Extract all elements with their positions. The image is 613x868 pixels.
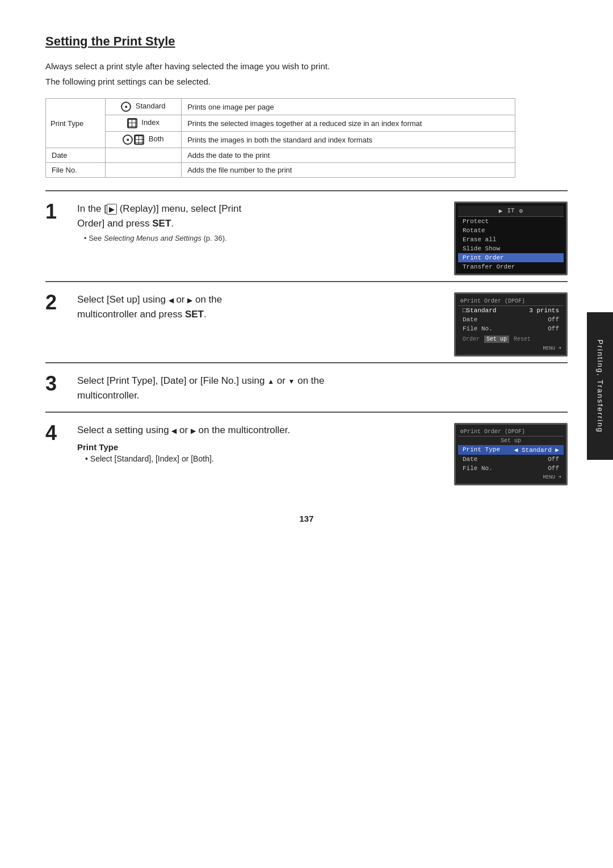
both-grid-icon	[134, 135, 144, 145]
both-label: Both	[149, 135, 164, 143]
screen-4-row-fileno: File No. Off	[458, 464, 564, 473]
print-settings-table: Print Type ● Standard Prints one image p…	[45, 98, 515, 178]
table-row: Index Prints the selected images togethe…	[46, 115, 515, 132]
step-4-content: Select a setting using ◀ or ▶ on the mul…	[77, 423, 568, 485]
intro-text-2: The following print settings can be sele…	[45, 76, 568, 89]
s2-date-label: Date	[463, 316, 477, 323]
s2-fileno-value: Off	[548, 325, 559, 332]
step-2-section: 2 Select [Set up] using ◀ or ▶ on themul…	[45, 281, 568, 362]
table-row: ● Both Prints the images in both the sta…	[46, 132, 515, 148]
index-icon	[127, 118, 137, 128]
tab-replay: ▶	[499, 207, 503, 215]
step-4-number: 4	[45, 423, 66, 443]
screen-4-subheader: Set up	[458, 437, 564, 445]
menu-slide-show: Slide Show	[458, 244, 564, 253]
date-label: Date	[46, 148, 106, 163]
s2-tab-reset: Reset	[511, 336, 533, 343]
step-4-text: Select a setting using	[77, 425, 171, 435]
step-4-title: Select a setting using ◀ or ▶ on the mul…	[77, 423, 443, 438]
s4-date-value: Off	[548, 456, 559, 463]
s4-fileno-value: Off	[548, 465, 559, 472]
screen-2-row-standard: □Standard 3 prints	[458, 306, 564, 315]
step-1-text-block: In the [▶ (Replay)] menu, select [PrintO…	[77, 202, 443, 242]
s2-standard-value: 3 prints	[529, 307, 559, 314]
both-circle-icon: ●	[123, 135, 133, 145]
step-4-text-block: Select a setting using ◀ or ▶ on the mul…	[77, 423, 443, 463]
both-desc: Prints the images in both the standard a…	[182, 132, 515, 148]
screen-2-row-fileno: File No. Off	[458, 324, 564, 333]
step-4-screen: ⚙Print Order (DPOF) Set up Print Type ◀ …	[454, 423, 568, 485]
step-2-row: Select [Set up] using ◀ or ▶ on themulti…	[77, 292, 568, 357]
intro-text-1: Always select a print style after having…	[45, 60, 568, 73]
s4-printtype-label: Print Type	[463, 446, 500, 454]
screen-2-tabs: Order Set up Reset	[458, 333, 564, 344]
table-row: Date Adds the date to the print	[46, 148, 515, 163]
menu-transfer-order: Transfer Order	[458, 262, 564, 271]
screen-4-menu-btn: MENU ➜	[458, 473, 564, 481]
standard-icon-cell: ● Standard	[105, 99, 182, 115]
replay-icon: ▶	[107, 204, 117, 215]
screen-4-row-date: Date Off	[458, 455, 564, 464]
or-text-2: or	[174, 294, 188, 305]
standard-icon: ●	[121, 102, 131, 112]
step-3-or: or	[274, 375, 288, 386]
page: Setting the Print Style Always select a …	[0, 0, 613, 868]
index-desc: Prints the selected images together at a…	[182, 115, 515, 132]
standard-label: Standard	[136, 102, 166, 110]
step-1-text-before: In the [	[77, 203, 107, 214]
arrow-right-icon: ▶	[187, 296, 192, 304]
table-row: Print Type ● Standard Prints one image p…	[46, 99, 515, 115]
step-4-arrow-right: ▶	[191, 427, 196, 435]
step-1-note: • See Selecting Menus and Settings (p. 3…	[84, 234, 443, 242]
step-1-screen: ▶ IT ⚙ Protect Rotate Erase all Slide Sh…	[454, 202, 568, 275]
step-1-content: In the [▶ (Replay)] menu, select [PrintO…	[77, 202, 568, 275]
step-2-title: Select [Set up] using ◀ or ▶ on themulti…	[77, 292, 443, 321]
step-1-section: 1 In the [▶ (Replay)] menu, select [Prin…	[45, 190, 568, 281]
fileno-desc: Adds the file number to the print	[182, 163, 515, 178]
screen-2-row-date: Date Off	[458, 315, 564, 324]
s4-date-label: Date	[463, 456, 477, 463]
standard-desc: Prints one image per page	[182, 99, 515, 115]
menu-protect: Protect	[458, 217, 564, 226]
date-icon-cell	[105, 148, 182, 163]
arrow-up-icon: ▲	[267, 378, 274, 385]
date-desc: Adds the date to the print	[182, 148, 515, 163]
s2-standard-label: □Standard	[463, 307, 496, 314]
menu-erase-all: Erase all	[458, 235, 564, 244]
step-3-number: 3	[45, 374, 66, 394]
page-number: 137	[45, 514, 568, 523]
menu-print-order: Print Order	[458, 253, 564, 262]
screen-4-header: ⚙Print Order (DPOF)	[458, 427, 564, 437]
step-4-arrow-left: ◀	[171, 427, 177, 435]
step-4-row: Select a setting using ◀ or ▶ on the mul…	[77, 423, 568, 485]
step-3-content: Select [Print Type], [Date] or [File No.…	[77, 374, 568, 406]
arrow-down-icon: ▼	[288, 378, 295, 385]
step-1-number: 1	[45, 202, 66, 222]
table-row: File No. Adds the file number to the pri…	[46, 163, 515, 178]
s4-printtype-value: ◀ Standard ▶	[514, 446, 559, 454]
step-2-text-block: Select [Set up] using ◀ or ▶ on themulti…	[77, 292, 443, 325]
print-type-label: Print Type	[46, 99, 106, 148]
index-label: Index	[141, 118, 159, 127]
step-3-title: Select [Print Type], [Date] or [File No.…	[77, 374, 568, 402]
tab-settings: ⚙	[519, 207, 523, 215]
screen-1-header: ▶ IT ⚙	[458, 206, 564, 217]
step-4-or: or	[177, 425, 191, 435]
tab-info: IT	[507, 207, 514, 215]
step-2-text: Select [Set up] using	[77, 294, 169, 305]
screen-2-menu-btn: MENU ➜	[458, 344, 564, 353]
step-3-section: 3 Select [Print Type], [Date] or [File N…	[45, 362, 568, 412]
index-icon-cell: Index	[105, 115, 182, 132]
s2-fileno-label: File No.	[463, 325, 493, 332]
print-type-bullet: • Select [Standard], [Index] or [Both].	[85, 454, 443, 463]
page-title: Setting the Print Style	[45, 34, 568, 49]
step-3-text: Select [Print Type], [Date] or [File No.…	[77, 375, 267, 386]
both-icon: ●	[123, 135, 144, 145]
s2-tab-order: Order	[460, 336, 482, 343]
s2-date-value: Off	[548, 316, 559, 323]
print-type-heading: Print Type	[77, 442, 443, 452]
screen-4-row-printtype: Print Type ◀ Standard ▶	[458, 445, 564, 455]
s4-fileno-label: File No.	[463, 465, 493, 472]
step-2-content: Select [Set up] using ◀ or ▶ on themulti…	[77, 292, 568, 357]
step-4-text2: on the multicontroller.	[196, 425, 290, 435]
